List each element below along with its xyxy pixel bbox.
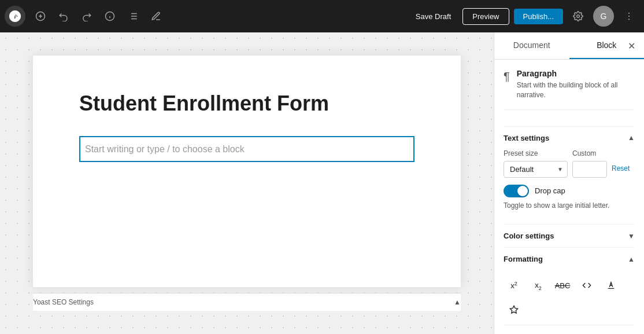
text-settings-title: Text settings: [504, 134, 549, 142]
formatting-section: Formatting ▲ x2 x2 ABC: [504, 247, 635, 325]
editor-content: Student Enrollment Form Start writing or…: [33, 56, 461, 287]
tools-button[interactable]: [146, 6, 166, 27]
close-sidebar-button[interactable]: ✕: [623, 38, 639, 54]
settings-button[interactable]: [568, 6, 589, 27]
color-settings-chevron-icon: ▼: [628, 232, 635, 240]
post-title[interactable]: Student Enrollment Form: [79, 90, 414, 118]
publish-button[interactable]: Publish...: [514, 9, 563, 24]
preset-size-select[interactable]: Default Small Normal Medium Large Extra …: [504, 161, 568, 178]
reset-col: Reset: [612, 151, 635, 176]
tab-document[interactable]: Document: [494, 32, 569, 59]
toggle-thumb: [517, 186, 528, 196]
block-description: Paragraph Start with the building block …: [517, 69, 635, 100]
custom-size-label: Custom: [572, 149, 607, 157]
user-avatar-button[interactable]: G: [593, 6, 614, 27]
drop-cap-description: Toggle to show a large initial letter.: [504, 201, 635, 211]
svg-point-15: [628, 13, 630, 14]
svg-text:W: W: [12, 13, 18, 20]
redo-button[interactable]: [76, 6, 97, 27]
color-settings-header[interactable]: Color settings ▼: [504, 224, 635, 247]
drop-cap-row: Drop cap: [504, 185, 635, 197]
color-settings-title: Color settings: [504, 232, 554, 240]
preview-button[interactable]: Preview: [462, 8, 509, 25]
main-area: Student Enrollment Form Start writing or…: [0, 32, 644, 334]
bottom-bar-toggle[interactable]: ▲: [454, 298, 461, 306]
block-desc-text: Start with the building block of all nar…: [517, 80, 635, 100]
subscript-button[interactable]: x2: [528, 275, 549, 296]
block-info: ¶ Paragraph Start with the building bloc…: [504, 69, 635, 110]
paragraph-block[interactable]: Start writing or type / to choose a bloc…: [79, 136, 414, 163]
text-settings-section: Text settings ▲ Preset size Default Smal…: [504, 119, 635, 225]
superscript-button[interactable]: x2: [504, 275, 524, 296]
svg-point-16: [628, 16, 630, 17]
reset-button[interactable]: Reset: [612, 161, 630, 176]
block-name: Paragraph: [517, 69, 635, 78]
sidebar-content: ¶ Paragraph Start with the building bloc…: [494, 60, 644, 334]
yoast-label[interactable]: Yoast SEO Settings: [33, 298, 94, 306]
highlight-button[interactable]: [504, 299, 524, 320]
formatting-tools: x2 x2 ABC: [504, 270, 635, 325]
custom-size-col: Custom: [572, 149, 607, 178]
formatting-header[interactable]: Formatting ▲: [504, 247, 635, 270]
more-options-button[interactable]: [619, 6, 639, 27]
svg-point-14: [577, 15, 580, 18]
editor-area[interactable]: Student Enrollment Form Start writing or…: [0, 32, 494, 334]
preset-size-label: Preset size: [504, 149, 568, 157]
list-view-button[interactable]: [123, 6, 143, 27]
preset-size-col: Preset size Default Small Normal Medium …: [504, 149, 568, 178]
bottom-hint-bar: Yoast SEO Settings ▲: [33, 293, 461, 311]
toolbar-left: W: [5, 6, 166, 27]
sidebar-tabs: Document Block ✕: [494, 32, 644, 60]
formatting-chevron-icon: ▲: [628, 255, 635, 263]
drop-cap-label: Drop cap: [535, 186, 565, 195]
text-color-button[interactable]: [601, 275, 621, 296]
wordpress-logo[interactable]: W: [5, 6, 25, 27]
text-settings-header[interactable]: Text settings ▲: [504, 126, 635, 149]
paragraph-icon: ¶: [504, 70, 510, 83]
strikethrough-button[interactable]: ABC: [552, 275, 573, 296]
save-draft-button[interactable]: Save Draft: [409, 9, 458, 24]
text-settings-chevron-icon: ▲: [628, 134, 635, 142]
color-settings-section: Color settings ▼: [504, 224, 635, 247]
text-color-header[interactable]: Text Color ▼: [504, 325, 635, 334]
right-sidebar: Document Block ✕ ¶ Paragraph Start with …: [494, 32, 644, 334]
preset-select-wrapper: Default Small Normal Medium Large Extra …: [504, 161, 568, 178]
add-block-button[interactable]: [30, 6, 51, 27]
drop-cap-toggle[interactable]: [504, 185, 529, 197]
undo-button[interactable]: [53, 6, 74, 27]
inline-code-button[interactable]: [576, 275, 597, 296]
top-toolbar: W: [0, 0, 644, 32]
toolbar-right: Save Draft Preview Publish... G: [409, 6, 639, 27]
preset-size-row: Preset size Default Small Normal Medium …: [504, 149, 635, 178]
custom-size-input[interactable]: [572, 161, 607, 178]
info-button[interactable]: [99, 6, 120, 27]
formatting-title: Formatting: [504, 255, 543, 263]
svg-point-17: [628, 19, 630, 20]
